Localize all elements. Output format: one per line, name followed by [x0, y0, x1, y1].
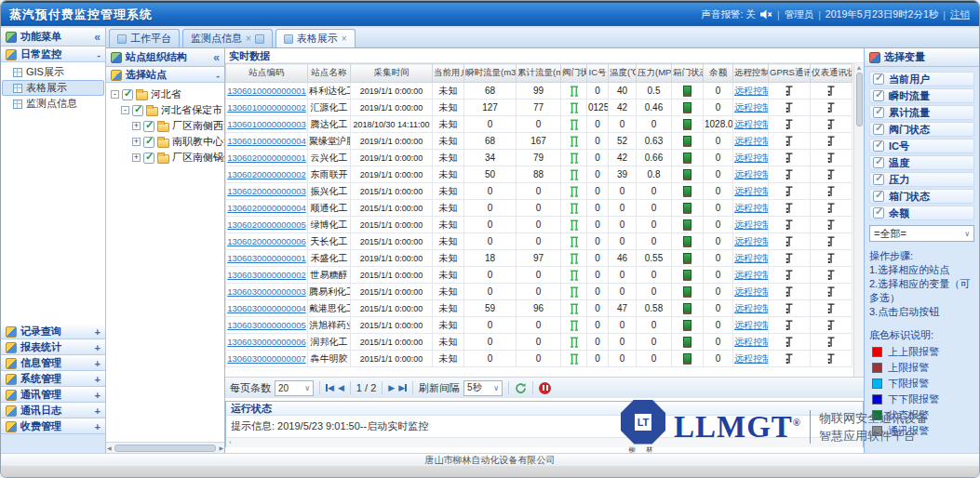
tab-table-view[interactable]: 表格展示 ×: [275, 29, 356, 47]
variable-row-pressure[interactable]: 压力: [869, 172, 974, 187]
prev-page-button[interactable]: ◀: [338, 383, 344, 392]
station-code-link[interactable]: 1306030000000006: [227, 337, 306, 347]
variable-row-current-user[interactable]: 当前用户: [869, 72, 974, 86]
remote-control-link[interactable]: 远程控制: [734, 219, 769, 230]
remote-control-link[interactable]: 远程控制: [734, 136, 769, 146]
sidebar-collapse-icon[interactable]: «: [94, 33, 101, 42]
variable-row-valve-status[interactable]: 阀门状态: [869, 122, 974, 137]
remote-control-link[interactable]: 远程控制: [734, 203, 769, 213]
station-code-link[interactable]: 1306030000000002: [227, 270, 306, 280]
column-header[interactable]: 当前用户: [433, 64, 464, 83]
remote-control-link[interactable]: 远程控制: [734, 236, 769, 246]
expand-section-icon[interactable]: +: [95, 405, 101, 417]
next-page-button[interactable]: ▶: [388, 383, 395, 392]
column-header[interactable]: 站点名称: [308, 64, 351, 83]
sidebar-section-system[interactable]: 系统管理 +: [1, 371, 105, 387]
variable-checkbox[interactable]: [873, 107, 884, 118]
station-code-link[interactable]: 1306020000000003: [227, 186, 306, 196]
station-code-link[interactable]: 1306030000000005: [227, 320, 306, 330]
station-code-link[interactable]: 1306010000000001: [227, 86, 306, 96]
filter-select[interactable]: =全部= ∨: [869, 225, 974, 242]
variable-row-door-status[interactable]: 箱门状态: [869, 189, 974, 204]
variable-checkbox[interactable]: [873, 73, 884, 85]
variable-checkbox[interactable]: [873, 157, 884, 168]
speaker-muted-icon[interactable]: [760, 9, 772, 20]
tree-checkbox[interactable]: [143, 137, 154, 148]
tree-collapse-icon[interactable]: -: [111, 90, 119, 99]
station-code-link[interactable]: 1306030000000004: [227, 303, 306, 313]
scroll-left-icon[interactable]: ◀: [106, 445, 113, 451]
column-header[interactable]: 瞬时流量(m3/h): [464, 64, 517, 83]
last-page-button[interactable]: ▶: [398, 383, 407, 392]
sidebar-item-table-view[interactable]: 表格展示: [2, 80, 104, 96]
tree-checkbox[interactable]: [143, 121, 154, 132]
sidebar-section-comm-log[interactable]: 通讯日志 +: [1, 403, 105, 418]
column-header[interactable]: 远程控制: [733, 64, 769, 83]
tree-node-city[interactable]: - 河北省保定市: [108, 102, 222, 118]
remote-control-link[interactable]: 远程控制: [734, 253, 769, 263]
variable-checkbox[interactable]: [873, 207, 884, 219]
tree-expand-icon[interactable]: +: [132, 138, 141, 146]
tree-expand-icon[interactable]: +: [132, 153, 141, 162]
expand-section-icon[interactable]: +: [95, 421, 101, 432]
variable-checkbox[interactable]: [873, 191, 884, 202]
remote-control-link[interactable]: 远程控制: [734, 303, 769, 313]
tab-workbench[interactable]: 工作平台: [109, 29, 180, 47]
refresh-interval-select[interactable]: 5秒 ∨: [463, 380, 503, 396]
tree-node-group[interactable]: + 南职教中心汽包: [108, 134, 222, 150]
expand-section-icon[interactable]: +: [95, 374, 101, 385]
tab-monitor-points[interactable]: 监测点信息 ×: [182, 29, 273, 47]
tree-checkbox[interactable]: [122, 89, 133, 100]
tree-node-group[interactable]: + 厂区南侧锅炉汽包: [108, 150, 222, 166]
pause-button[interactable]: [539, 382, 551, 394]
column-header[interactable]: IC号: [587, 64, 609, 83]
sidebar-section-reports[interactable]: 报表统计 +: [1, 339, 105, 355]
collapse-section-icon[interactable]: -: [216, 70, 220, 81]
tree-expand-icon[interactable]: +: [132, 122, 141, 130]
tree-checkbox[interactable]: [143, 153, 154, 164]
remote-control-link[interactable]: 远程控制: [734, 353, 769, 364]
column-header[interactable]: GPRS通讯状态: [769, 64, 811, 83]
remote-control-link[interactable]: 远程控制: [734, 86, 769, 96]
sidebar-section-comm-mgmt[interactable]: 通讯管理 +: [1, 387, 105, 403]
column-header[interactable]: 压力(MPa): [637, 64, 672, 83]
tree-checkbox[interactable]: [132, 105, 143, 116]
logout-link[interactable]: 注销: [950, 8, 970, 21]
station-code-link[interactable]: 1306020000000006: [227, 236, 306, 246]
station-code-link[interactable]: 1306020000000002: [227, 169, 306, 179]
variable-row-total-flow[interactable]: 累计流量: [869, 105, 974, 120]
variable-checkbox[interactable]: [873, 90, 884, 101]
panel-collapse-icon[interactable]: «: [213, 53, 220, 62]
tab-close-icon[interactable]: ×: [342, 34, 347, 44]
scrollbar-thumb[interactable]: [114, 445, 217, 452]
refresh-icon[interactable]: [515, 382, 527, 394]
tree-node-group[interactable]: + 厂区南侧西汽包: [108, 118, 222, 134]
column-header[interactable]: 累计流量(m3): [517, 64, 561, 83]
station-code-link[interactable]: 1306020000000004: [227, 203, 306, 213]
station-code-link[interactable]: 1306010000000003: [227, 119, 306, 129]
expand-section-icon[interactable]: +: [95, 358, 101, 369]
sidebar-item-gis[interactable]: GIS展示: [2, 64, 104, 80]
expand-section-icon[interactable]: +: [95, 342, 101, 353]
station-code-link[interactable]: 1306010000000002: [227, 102, 306, 113]
tree-node-province[interactable]: - 河北省: [108, 86, 222, 102]
sidebar-section-billing[interactable]: 收费管理 +: [1, 418, 105, 434]
station-code-link[interactable]: 1306030000000007: [227, 353, 306, 364]
collapse-section-icon[interactable]: -: [97, 49, 101, 60]
table-vertical-scrollbar[interactable]: ▲: [853, 63, 864, 377]
remote-control-link[interactable]: 远程控制: [734, 119, 769, 129]
column-header[interactable]: 站点编码: [226, 64, 308, 83]
expand-section-icon[interactable]: +: [95, 326, 101, 338]
station-code-link[interactable]: 1306030000000003: [227, 286, 306, 297]
remote-control-link[interactable]: 远程控制: [734, 270, 769, 280]
column-header[interactable]: 余额: [704, 64, 733, 83]
station-code-link[interactable]: 1306030000000001: [227, 253, 306, 263]
variable-checkbox[interactable]: [873, 174, 884, 185]
remote-control-link[interactable]: 远程控制: [734, 102, 769, 113]
column-header[interactable]: 仪表通讯状态: [811, 64, 852, 83]
tree-collapse-icon[interactable]: -: [121, 106, 129, 114]
remote-control-link[interactable]: 远程控制: [734, 286, 769, 297]
station-code-link[interactable]: 1306020000000005: [227, 219, 306, 230]
sidebar-section-daily-monitor[interactable]: 日常监控 -: [1, 46, 105, 62]
station-code-link[interactable]: 1306020000000001: [227, 153, 306, 163]
